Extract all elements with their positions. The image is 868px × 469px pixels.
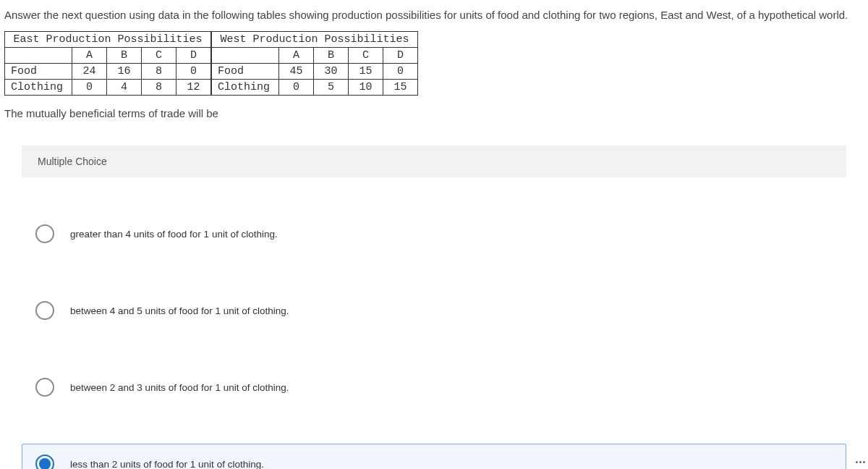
radio-icon[interactable]	[35, 455, 54, 469]
table-row: Clothing 0 4 8 12	[5, 80, 211, 96]
radio-icon[interactable]	[35, 378, 54, 397]
east-blank-header	[5, 48, 72, 64]
west-food-a: 45	[279, 64, 314, 80]
question-text: Answer the next question using data in t…	[0, 0, 868, 31]
west-food-b: 30	[314, 64, 349, 80]
east-col-c: C	[142, 48, 176, 64]
east-col-a: A	[72, 48, 107, 64]
option-3[interactable]: between 2 and 3 units of food for 1 unit…	[22, 367, 846, 407]
option-1-label: greater than 4 units of food for 1 unit …	[70, 229, 278, 240]
table-row: Food 45 30 15 0	[212, 64, 418, 80]
east-col-d: D	[176, 48, 211, 64]
table-row: Clothing 0 5 10 15	[212, 80, 418, 96]
option-1[interactable]: greater than 4 units of food for 1 unit …	[22, 214, 846, 254]
west-row-clothing-label: Clothing	[212, 80, 279, 96]
west-col-d: D	[383, 48, 418, 64]
west-table-title: West Production Possibilities	[212, 32, 418, 48]
east-table-title: East Production Possibilities	[5, 32, 211, 48]
west-clothing-d: 15	[383, 80, 418, 96]
option-3-label: between 2 and 3 units of food for 1 unit…	[70, 382, 289, 393]
east-food-b: 16	[107, 64, 142, 80]
option-4[interactable]: less than 2 units of food for 1 unit of …	[22, 444, 846, 469]
west-col-c: C	[349, 48, 383, 64]
east-table: East Production Possibilities A B C D Fo…	[4, 31, 211, 96]
table-row: Food 24 16 8 0	[5, 64, 211, 80]
west-clothing-a: 0	[279, 80, 314, 96]
more-icon[interactable]	[856, 461, 865, 463]
east-food-a: 24	[72, 64, 107, 80]
east-food-c: 8	[142, 64, 176, 80]
east-row-food-label: Food	[5, 64, 72, 80]
radio-icon[interactable]	[35, 224, 54, 243]
radio-icon[interactable]	[35, 301, 54, 320]
west-table: West Production Possibilities A B C D Fo…	[211, 31, 418, 96]
west-clothing-b: 5	[314, 80, 349, 96]
east-clothing-c: 8	[142, 80, 176, 96]
east-food-d: 0	[176, 64, 211, 80]
option-2-label: between 4 and 5 units of food for 1 unit…	[70, 305, 289, 316]
tables-container: East Production Possibilities A B C D Fo…	[0, 31, 868, 96]
east-clothing-b: 4	[107, 80, 142, 96]
east-row-clothing-label: Clothing	[5, 80, 72, 96]
option-4-label: less than 2 units of food for 1 unit of …	[70, 459, 264, 470]
east-clothing-a: 0	[72, 80, 107, 96]
east-clothing-d: 12	[176, 80, 211, 96]
west-clothing-c: 10	[349, 80, 383, 96]
sub-question-text: The mutually beneficial terms of trade w…	[0, 96, 868, 119]
multiple-choice-header: Multiple Choice	[22, 145, 846, 177]
west-col-b: B	[314, 48, 349, 64]
west-food-c: 15	[349, 64, 383, 80]
west-row-food-label: Food	[212, 64, 279, 80]
west-food-d: 0	[383, 64, 418, 80]
west-col-a: A	[279, 48, 314, 64]
west-blank-header	[212, 48, 279, 64]
east-col-b: B	[107, 48, 142, 64]
options-container: greater than 4 units of food for 1 unit …	[0, 214, 868, 469]
option-2[interactable]: between 4 and 5 units of food for 1 unit…	[22, 290, 846, 331]
